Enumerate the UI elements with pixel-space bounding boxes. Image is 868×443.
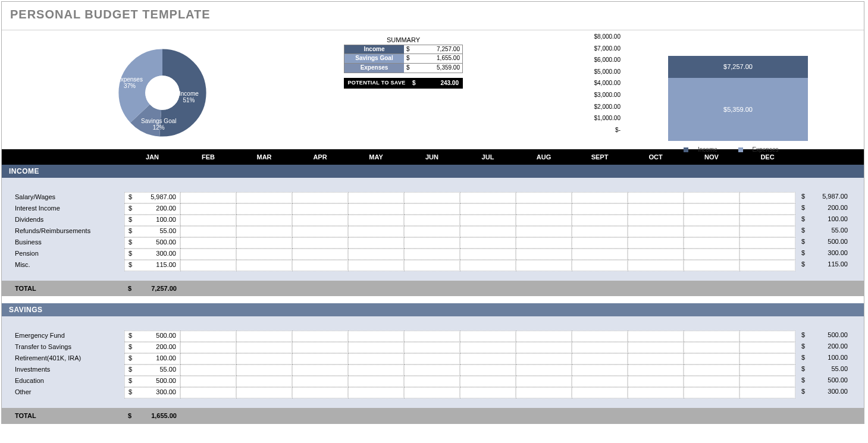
cell-aug[interactable] — [516, 203, 572, 215]
cell-dec[interactable] — [739, 331, 795, 342]
cell-feb[interactable] — [180, 365, 236, 376]
cell-jan[interactable]: $300.00 — [124, 249, 180, 260]
cell-jan[interactable]: $300.00 — [124, 387, 180, 398]
cell-feb[interactable] — [180, 260, 236, 271]
cell-nov[interactable] — [684, 260, 739, 271]
cell-may[interactable] — [348, 342, 404, 353]
cell-dec[interactable] — [739, 215, 795, 226]
cell-oct[interactable] — [628, 387, 684, 398]
cell-sept[interactable] — [572, 215, 628, 226]
cell-oct[interactable] — [628, 203, 684, 215]
cell-aug[interactable] — [516, 353, 572, 365]
cell-jul[interactable] — [460, 365, 516, 376]
cell-sept[interactable] — [572, 260, 628, 271]
cell-mar[interactable] — [236, 215, 292, 226]
cell-oct[interactable] — [628, 353, 684, 365]
cell-may[interactable] — [348, 331, 404, 342]
cell-may[interactable] — [348, 226, 404, 237]
cell-feb[interactable] — [180, 226, 236, 237]
cell-apr[interactable] — [292, 260, 348, 271]
cell-jan[interactable]: $200.00 — [124, 342, 180, 353]
cell-nov[interactable] — [684, 331, 739, 342]
cell-dec[interactable] — [739, 376, 795, 387]
cell-mar[interactable] — [236, 249, 292, 260]
cell-jul[interactable] — [460, 192, 516, 203]
cell-may[interactable] — [348, 376, 404, 387]
cell-may[interactable] — [348, 249, 404, 260]
cell-apr[interactable] — [292, 376, 348, 387]
cell-nov[interactable] — [684, 342, 739, 353]
cell-nov[interactable] — [684, 215, 739, 226]
cell-apr[interactable] — [292, 192, 348, 203]
cell-jan[interactable]: $115.00 — [124, 260, 180, 271]
cell-mar[interactable] — [236, 331, 292, 342]
cell-aug[interactable] — [516, 249, 572, 260]
cell-jul[interactable] — [460, 215, 516, 226]
cell-jul[interactable] — [460, 260, 516, 271]
cell-dec[interactable] — [739, 260, 795, 271]
cell-sept[interactable] — [572, 353, 628, 365]
cell-sept[interactable] — [572, 376, 628, 387]
cell-sept[interactable] — [572, 203, 628, 215]
cell-aug[interactable] — [516, 376, 572, 387]
cell-oct[interactable] — [628, 260, 684, 271]
cell-dec[interactable] — [739, 226, 795, 237]
cell-mar[interactable] — [236, 237, 292, 249]
cell-oct[interactable] — [628, 215, 684, 226]
cell-jun[interactable] — [404, 365, 460, 376]
cell-nov[interactable] — [684, 203, 739, 215]
cell-jun[interactable] — [404, 215, 460, 226]
cell-oct[interactable] — [628, 249, 684, 260]
cell-mar[interactable] — [236, 365, 292, 376]
cell-feb[interactable] — [180, 331, 236, 342]
cell-mar[interactable] — [236, 342, 292, 353]
cell-jun[interactable] — [404, 226, 460, 237]
cell-jun[interactable] — [404, 353, 460, 365]
cell-jan[interactable]: $55.00 — [124, 226, 180, 237]
cell-apr[interactable] — [292, 203, 348, 215]
cell-feb[interactable] — [180, 342, 236, 353]
cell-apr[interactable] — [292, 249, 348, 260]
cell-sept[interactable] — [572, 365, 628, 376]
cell-jun[interactable] — [404, 331, 460, 342]
cell-feb[interactable] — [180, 215, 236, 226]
cell-jun[interactable] — [404, 260, 460, 271]
cell-may[interactable] — [348, 365, 404, 376]
cell-jun[interactable] — [404, 237, 460, 249]
cell-nov[interactable] — [684, 376, 739, 387]
cell-oct[interactable] — [628, 376, 684, 387]
cell-jul[interactable] — [460, 331, 516, 342]
cell-nov[interactable] — [684, 192, 739, 203]
cell-nov[interactable] — [684, 249, 739, 260]
cell-oct[interactable] — [628, 237, 684, 249]
cell-aug[interactable] — [516, 192, 572, 203]
cell-jul[interactable] — [460, 203, 516, 215]
cell-mar[interactable] — [236, 226, 292, 237]
cell-sept[interactable] — [572, 249, 628, 260]
cell-jul[interactable] — [460, 249, 516, 260]
cell-apr[interactable] — [292, 226, 348, 237]
cell-jul[interactable] — [460, 387, 516, 398]
cell-feb[interactable] — [180, 203, 236, 215]
cell-sept[interactable] — [572, 226, 628, 237]
cell-mar[interactable] — [236, 387, 292, 398]
cell-jan[interactable]: $200.00 — [124, 203, 180, 215]
cell-mar[interactable] — [236, 353, 292, 365]
cell-nov[interactable] — [684, 365, 739, 376]
cell-sept[interactable] — [572, 237, 628, 249]
cell-aug[interactable] — [516, 237, 572, 249]
cell-sept[interactable] — [572, 192, 628, 203]
cell-sept[interactable] — [572, 331, 628, 342]
cell-apr[interactable] — [292, 365, 348, 376]
cell-jul[interactable] — [460, 342, 516, 353]
cell-feb[interactable] — [180, 237, 236, 249]
cell-apr[interactable] — [292, 342, 348, 353]
cell-mar[interactable] — [236, 192, 292, 203]
cell-jun[interactable] — [404, 387, 460, 398]
cell-apr[interactable] — [292, 237, 348, 249]
cell-oct[interactable] — [628, 365, 684, 376]
cell-aug[interactable] — [516, 215, 572, 226]
cell-feb[interactable] — [180, 387, 236, 398]
cell-jul[interactable] — [460, 226, 516, 237]
cell-apr[interactable] — [292, 353, 348, 365]
